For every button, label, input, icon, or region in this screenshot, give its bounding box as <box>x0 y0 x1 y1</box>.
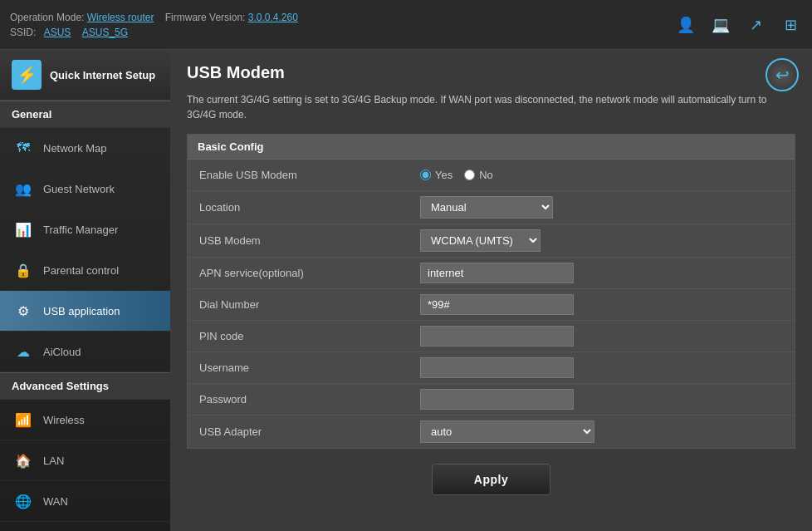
enable-usb-modem-value: Yes No <box>412 164 795 186</box>
top-bar: Operation Mode: Wireless router Firmware… <box>0 0 812 50</box>
guest-network-icon: 👥 <box>12 177 35 200</box>
sidebar-item-wireless[interactable]: 📶 Wireless <box>0 400 170 440</box>
pin-code-input[interactable] <box>420 326 574 347</box>
sidebar-item-guest-network[interactable]: 👥 Guest Network <box>0 169 170 209</box>
quick-setup-label: Quick Internet Setup <box>50 69 155 81</box>
password-input[interactable] <box>420 389 574 410</box>
sidebar-label-aicloud: AiCloud <box>43 346 81 358</box>
username-label: Username <box>188 355 412 381</box>
password-label: Password <box>188 386 412 412</box>
sidebar-label-guest-network: Guest Network <box>43 183 115 195</box>
basic-config-section: Basic Config Enable USB Modem Yes No <box>187 134 795 449</box>
location-row: Location Manual USA UK Europe Asia <box>188 191 795 224</box>
pin-code-value <box>412 321 795 352</box>
ssid-link-1[interactable]: ASUS <box>44 27 71 38</box>
page-description: The current 3G/4G setting is set to 3G/4… <box>187 92 795 122</box>
sidebar-item-network-map[interactable]: 🗺 Network Map <box>0 128 170 169</box>
pin-code-row: PIN code <box>188 321 795 352</box>
sidebar-label-parental-control: Parental control <box>43 264 119 277</box>
password-value <box>412 384 795 415</box>
sidebar-label-wireless: Wireless <box>43 414 85 426</box>
sidebar-item-aicloud[interactable]: ☁ AiCloud <box>0 332 170 372</box>
dial-number-value <box>412 289 795 320</box>
advanced-section-header: Advanced Settings <box>0 372 170 400</box>
usb-application-icon: ⚙ <box>12 299 35 322</box>
usb-adapter-select[interactable]: auto Option1 Option2 <box>420 420 594 443</box>
dial-number-input[interactable] <box>420 294 574 315</box>
quick-setup-item[interactable]: ⚡ Quick Internet Setup <box>0 50 170 101</box>
lan-icon: 🏠 <box>12 449 35 472</box>
share-icon[interactable]: ↗ <box>744 13 767 37</box>
sidebar-item-parental-control[interactable]: 🔒 Parental control <box>0 250 170 291</box>
traffic-manager-icon: 📊 <box>12 218 35 241</box>
dial-number-row: Dial Number <box>188 289 795 321</box>
operation-mode-link[interactable]: Wireless router <box>87 12 154 23</box>
pin-code-label: PIN code <box>188 323 412 349</box>
aicloud-icon: ☁ <box>12 340 35 363</box>
devices-icon[interactable]: 💻 <box>709 13 732 37</box>
sidebar-label-lan: LAN <box>43 455 64 467</box>
username-input[interactable] <box>420 357 574 378</box>
usb-adapter-value: auto Option1 Option2 <box>412 415 795 448</box>
apn-service-value <box>412 258 795 288</box>
settings-icon[interactable]: ⊞ <box>779 13 802 37</box>
enable-radio-group: Yes No <box>420 169 493 181</box>
basic-config-header: Basic Config <box>188 135 795 160</box>
back-button[interactable]: ↩ <box>766 58 799 91</box>
user-icon[interactable]: 👤 <box>674 13 697 37</box>
sidebar-label-traffic-manager: Traffic Manager <box>43 224 118 236</box>
top-bar-icons: 👤 💻 ↗ ⊞ <box>674 13 802 37</box>
usb-modem-select[interactable]: WCDMA (UMTS) CDMA GSM LTE <box>420 229 541 252</box>
enable-no-radio[interactable] <box>464 170 475 180</box>
usb-modem-value: WCDMA (UMTS) CDMA GSM LTE <box>412 224 795 257</box>
sidebar-item-lan[interactable]: 🏠 LAN <box>0 440 170 481</box>
parental-control-icon: 🔒 <box>12 258 35 282</box>
quick-setup-icon: ⚡ <box>12 60 42 90</box>
sidebar-label-network-map: Network Map <box>43 142 107 155</box>
ssid-link-2[interactable]: ASUS_5G <box>82 27 128 38</box>
sidebar: ⚡ Quick Internet Setup General 🗺 Network… <box>0 50 170 531</box>
general-section-header: General <box>0 101 170 128</box>
firmware-link[interactable]: 3.0.0.4.260 <box>248 12 298 23</box>
dial-number-label: Dial Number <box>188 292 412 317</box>
location-label: Location <box>188 194 412 220</box>
top-bar-info: Operation Mode: Wireless router Firmware… <box>10 12 298 38</box>
sidebar-item-traffic-manager[interactable]: 📊 Traffic Manager <box>0 209 170 250</box>
enable-usb-modem-label: Enable USB Modem <box>188 162 412 188</box>
layout: ⚡ Quick Internet Setup General 🗺 Network… <box>0 50 812 531</box>
usb-modem-row: USB Modem WCDMA (UMTS) CDMA GSM LTE <box>188 224 795 258</box>
location-select[interactable]: Manual USA UK Europe Asia <box>420 196 553 219</box>
sidebar-label-wan: WAN <box>43 495 68 508</box>
network-map-icon: 🗺 <box>12 136 35 160</box>
usb-modem-label: USB Modem <box>188 228 412 253</box>
wireless-icon: 📶 <box>12 408 35 431</box>
sidebar-label-usb-application: USB application <box>43 305 120 317</box>
main-content: ↩ USB Modem The current 3G/4G setting is… <box>170 50 812 531</box>
apply-row: Apply <box>187 449 795 504</box>
apply-button[interactable]: Apply <box>432 464 550 495</box>
username-row: Username <box>188 352 795 384</box>
sidebar-item-wan[interactable]: 🌐 WAN <box>0 481 170 522</box>
username-value <box>412 352 795 383</box>
location-value: Manual USA UK Europe Asia <box>412 191 795 224</box>
usb-adapter-row: USB Adapter auto Option1 Option2 <box>188 415 795 448</box>
enable-yes-radio[interactable] <box>420 170 431 180</box>
wan-icon: 🌐 <box>12 489 35 513</box>
apn-service-label: APN service(optional) <box>188 260 412 286</box>
usb-adapter-label: USB Adapter <box>188 419 412 445</box>
apn-service-input[interactable] <box>420 263 574 283</box>
ssid-info: SSID: ASUS ASUS_5G <box>10 27 298 38</box>
enable-no-label[interactable]: No <box>464 169 493 181</box>
page-title: USB Modem <box>187 63 795 82</box>
sidebar-item-usb-application[interactable]: ⚙ USB application <box>0 291 170 332</box>
enable-usb-modem-row: Enable USB Modem Yes No <box>188 160 795 191</box>
enable-yes-label[interactable]: Yes <box>420 169 452 181</box>
operation-mode: Operation Mode: Wireless router Firmware… <box>10 12 298 23</box>
password-row: Password <box>188 384 795 415</box>
apn-service-row: APN service(optional) <box>188 258 795 289</box>
